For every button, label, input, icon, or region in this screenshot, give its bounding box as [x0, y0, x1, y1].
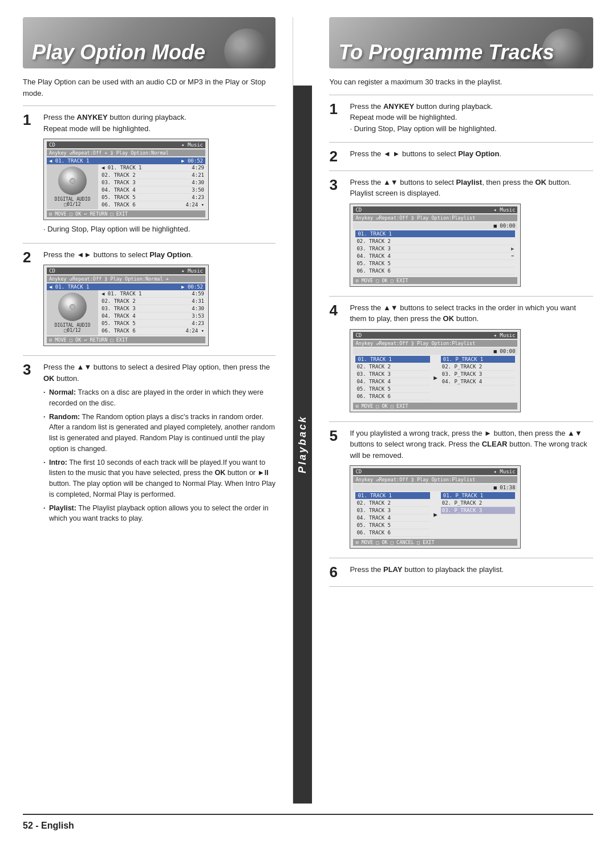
screen2-top: CD ✦ Music [47, 267, 205, 274]
rscreen2-right-panel: 01. P_TRACK 1 02. P_TRACK 2 03. P_TRACK … [441, 356, 516, 400]
rscreen1-top-right: ✦ Music [494, 207, 516, 213]
right-divider-6 [329, 558, 593, 558]
left-section-header: Play Option Mode [23, 17, 275, 68]
screen1-disc-num: □01/12 [64, 202, 81, 207]
screen2-tracklist: ◀ 01. TRACK 14:59 02. TRACK 24:31 03. TR… [100, 290, 205, 335]
step-3-number: 3 [23, 362, 39, 378]
track-item: 04. TRACK 4 [355, 378, 430, 386]
screen1-disc-panel: DIGITAL AUDIO □01/12 [47, 164, 98, 209]
screen2-hl-time: ▶ 00:52 [181, 284, 203, 290]
track-item: 05. TRACK 5 [355, 386, 430, 393]
track-item: 03. TRACK 34:30 [100, 305, 205, 313]
divider-1 [23, 106, 275, 106]
track-item: 04. TRACK 4⬌ [355, 253, 515, 260]
right-step-6-text: Press the PLAY button to playback the pl… [350, 564, 593, 575]
screen2-disc-label: DIGITAL AUDIO [55, 323, 91, 328]
track-item: 03. TRACK 3▶ [355, 245, 515, 253]
bullet-normal: Normal: Tracks on a disc are played in t… [43, 387, 275, 409]
right-step-5-number: 5 [329, 428, 345, 444]
right-step-1-text: Press the ANYKEY button during playback.… [350, 101, 593, 135]
playback-sidebar-tab: Playback [293, 86, 312, 804]
screen1-top-right: ✦ Music [181, 142, 203, 148]
step-2-bold: Play Option [149, 250, 191, 259]
right-step-3: 3 Press the ▲▼ buttons to select Playlis… [329, 177, 593, 290]
right-divider-7 [329, 586, 593, 587]
right-divider-4 [329, 296, 593, 297]
rscreen3-top-right: ✦ Music [494, 469, 516, 474]
right-step-2-text: Press the ◄ ► buttons to select Play Opt… [350, 148, 593, 160]
track-item: 02. TRACK 24:31 [100, 298, 205, 305]
screen2-disc-num: □01/12 [64, 328, 81, 333]
playback-label: Playback [297, 415, 309, 473]
track-item: 06. TRACK 6 [355, 267, 515, 275]
right-step-1-number: 1 [329, 101, 345, 117]
rscreen1-time: ■ 00:00 [494, 223, 516, 229]
track-item: 03. TRACK 3 [355, 371, 430, 378]
track-item: 02. TRACK 2 [355, 500, 430, 507]
rscreen2-bottom-text: ⊟ MOVE □ OK □ EXIT [355, 403, 408, 409]
left-screen-mockup-2: CD ✦ Music Anykey ↺Repeat:Off ⟫ Play Opt… [43, 265, 209, 346]
rscreen3-r-hl: 01. P_TRACK 1 [441, 492, 516, 499]
footer: 52 - English [23, 814, 593, 831]
right-step-3-content: Press the ▲▼ buttons to select Playlist,… [350, 177, 593, 290]
rscreen3-controls-text: Anykey ↺Repeat:Off ⟫ Play Option:Playlis… [355, 477, 475, 482]
rscreen2-time: ■ 00:00 [494, 348, 516, 354]
right-screen-mockup-3: CD ✦ Music Anykey ↺Repeat:Off ⟫ Play Opt… [350, 465, 521, 549]
right-screen-mockup-1: CD ✦ Music Anykey ↺Repeat:Off ⟫ Play Opt… [350, 204, 521, 287]
right-divider-5 [329, 421, 593, 422]
track-item: 05. TRACK 54:23 [100, 194, 205, 201]
screen1-hl-track: ◀ 01. TRACK 1 [49, 158, 89, 164]
track-item: 05. TRACK 5 [355, 522, 430, 529]
step-1-content: Press the ANYKEY button during playback.… [43, 112, 275, 237]
right-section-header: To Programme Tracks [329, 17, 593, 68]
screen2-body: DIGITAL AUDIO □01/12 ◀ 01. TRACK 14:59 0… [47, 290, 205, 335]
bullet-random-label: Random: [49, 413, 80, 421]
right-divider-2 [329, 142, 593, 143]
bullet-normal-label: Normal: [49, 388, 76, 396]
right-step-6-number: 6 [329, 564, 345, 581]
track-item: ◀ 01. TRACK 14:59 [100, 290, 205, 298]
screen1-highlight: ◀ 01. TRACK 1 ▶ 00:52 [47, 157, 205, 164]
track-item: ◀ 01. TRACK 14:29 [100, 164, 205, 172]
rscreen3-bottom: ⊟ MOVE □ OK □ CANCEL □ EXIT [353, 539, 517, 546]
rscreen3-panels: 01. TRACK 1 02. TRACK 2 03. TRACK 3 04. … [353, 491, 517, 538]
right-step-1: 1 Press the ANYKEY button during playbac… [329, 101, 593, 137]
bullet-playlist: Playlist: The Playlist playback option a… [43, 503, 275, 525]
right-step-5-content: If you playlisted a wrong track, press t… [350, 428, 593, 553]
track-item: 02. TRACK 2 [355, 238, 515, 245]
track-item: 04. TRACK 43:50 [100, 186, 205, 194]
left-step-2: 2 Press the ◄► buttons to select Play Op… [23, 249, 275, 350]
screen1-top: CD ✦ Music [47, 141, 205, 148]
track-item: 05. TRACK 5 [355, 260, 515, 267]
rscreen2-top-left: CD [355, 332, 362, 338]
rscreen2-r-hl-track: 01. P_TRACK 1 [443, 356, 483, 362]
screen2-hl-track: ◀ 01. TRACK 1 [49, 284, 89, 290]
main-area: Play Option Mode The Play Option can be … [23, 17, 593, 804]
step-3-bold: OK [43, 374, 55, 383]
step-1-bold: ANYKEY [77, 113, 108, 121]
right-description: You can register a maximum 30 tracks in … [329, 76, 593, 88]
rscreen2-arrow-icon: ▶ [432, 356, 439, 400]
track-item: 06. TRACK 64:24 ▾ [100, 327, 205, 335]
left-screen-mockup-1: CD ✦ Music Anykey ↺Repeat:Off ÷ ⟫ Play O… [43, 139, 209, 220]
rscreen2-top: CD ✦ Music [353, 332, 517, 339]
left-column: Play Option Mode The Play Option can be … [23, 17, 293, 804]
rscreen1-bottom-text: ⊟ MOVE □ OK □ EXIT [355, 278, 408, 283]
right-step-6-content: Press the PLAY button to playback the pl… [350, 564, 593, 578]
left-description: The Play Option can be used with an audi… [23, 76, 275, 99]
track-item: 06. TRACK 64:24 ▾ [100, 201, 205, 209]
screen2-top-right: ✦ Music [181, 268, 203, 274]
bullet-intro-label: Intro: [49, 459, 67, 466]
rscreen2-hl: 01. TRACK 1 [355, 356, 430, 363]
rscreen3-left-panel: 01. TRACK 1 02. TRACK 2 03. TRACK 3 04. … [355, 492, 430, 537]
track-item: 06. TRACK 6 [355, 529, 430, 537]
right-step-3-number: 3 [329, 177, 345, 193]
step-2-content: Press the ◄► buttons to select Play Opti… [43, 249, 275, 350]
track-item: 04. TRACK 4 [355, 514, 430, 522]
right-step-2-bold: Play Option [458, 149, 499, 158]
disc-center-1 [70, 178, 75, 184]
screen1-bottom: ⊟ MOVE □ OK ↩ RETURN □ EXIT [47, 210, 205, 217]
step-1-note: · During Stop, Play option will be highl… [43, 224, 275, 235]
divider-2 [23, 243, 275, 244]
step-1-text: Press the ANYKEY button during playback.… [43, 112, 275, 134]
